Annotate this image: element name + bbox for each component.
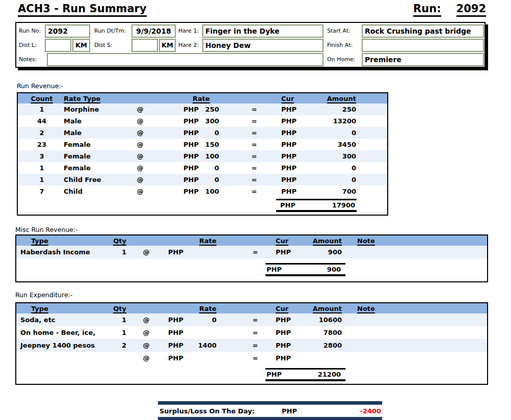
run-number-header: Run: 2092: [413, 3, 486, 17]
surplus-bottom-bar: [158, 417, 382, 420]
revenue-row: 23Female@PHP150=PHP3450: [18, 139, 387, 150]
run-info-panel: Run No: 2092 Run Dt/Tm: 9/9/2018 Hare 1:…: [15, 22, 486, 68]
dist-l-field[interactable]: [45, 39, 71, 52]
run-no-field[interactable]: 2092: [45, 24, 90, 38]
misc-row: Haberdash Income1@PHP=PHP900: [16, 246, 487, 258]
dist-s-field[interactable]: [131, 39, 158, 52]
surplus-currency: PHP: [282, 407, 297, 415]
surplus-summary: Surplus/Loss On The Day: PHP -2400: [158, 401, 382, 420]
revenue-row: 1Morphine@PHP250=PHP250: [18, 103, 387, 115]
run-no-label: Run No:: [19, 24, 41, 38]
expenditure-table: Type Qty Rate Cur Amount Note Soda, etc1…: [15, 302, 488, 385]
run-label: Run:: [413, 3, 441, 17]
hare2-field[interactable]: Honey Dew: [202, 39, 324, 52]
dist-l-unit: KM: [72, 39, 90, 52]
dist-l-label: Dist L:: [19, 39, 37, 52]
revenue-row: 7Child@PHP100=PHP700: [18, 186, 387, 197]
notes-label: Notes:: [19, 53, 37, 66]
misc-total: PHP900: [265, 263, 345, 276]
hare2-label: Hare 2:: [178, 39, 199, 52]
revenue-row: 3Female@PHP100=PHP300: [18, 150, 387, 162]
revenue-total: PHP17900: [276, 199, 357, 212]
surplus-top-bar: [158, 401, 382, 405]
start-at-label: Start At:: [327, 24, 351, 38]
page-title: ACH3 - Run Summary: [18, 3, 147, 17]
notes-field[interactable]: [47, 53, 324, 66]
expenditure-total: PHP21200: [265, 368, 345, 381]
expenditure-row: Soda, etc1@PHP0=PHP10600: [16, 313, 487, 326]
run-number: 2092: [456, 3, 486, 17]
surplus-amount: -2400: [360, 407, 381, 415]
run-dttm-field[interactable]: 9/9/2018: [131, 24, 176, 38]
expenditure-section-label: Run Expenditure:-: [15, 291, 72, 299]
misc-revenue-table: Type Qty Rate Cur Amount Note Haberdash …: [15, 234, 488, 282]
revenue-section-label: Run Revenue:-: [17, 82, 63, 90]
misc-section-label: Misc Run Revenue:-: [15, 226, 78, 233]
on-home-field[interactable]: Premiere: [362, 53, 484, 66]
expenditure-table-header: Type Qty Rate Cur Amount Note: [16, 303, 487, 313]
revenue-row: 1Female@PHP0=PHP0: [18, 162, 387, 174]
misc-table-header: Type Qty Rate Cur Amount Note: [16, 235, 487, 246]
run-dttm-label: Run Dt/Tm:: [94, 24, 126, 38]
hare1-label: Hare 1:: [178, 24, 199, 38]
on-home-label: On Home:: [327, 53, 355, 66]
surplus-label: Surplus/Loss On The Day:: [159, 407, 255, 415]
expenditure-row: On home - Beer, ice,1@PHP=PHP7800: [16, 326, 487, 339]
revenue-row: 2Male@PHP0=PHP0: [18, 127, 387, 139]
revenue-row: 1Child Free@PHP0=PHP0: [18, 174, 387, 186]
revenue-table-header: Count Rate Type Rate Cur Amount: [18, 93, 387, 103]
expenditure-row: Jeepney 1400 pesos2@PHP1400=PHP2800: [16, 339, 487, 352]
finish-at-field[interactable]: [362, 39, 484, 52]
revenue-row: 44Male@PHP300=PHP13200: [18, 115, 387, 127]
dist-s-label: Dist S:: [94, 39, 113, 52]
dist-s-unit: KM: [159, 39, 176, 52]
revenue-table: Count Rate Type Rate Cur Amount 1Morphin…: [17, 92, 388, 216]
start-at-field[interactable]: Rock Crushing past bridge: [362, 24, 484, 38]
hare1-field[interactable]: Finger in the Dyke: [202, 24, 324, 38]
finish-at-label: Finish At:: [327, 39, 353, 52]
expenditure-row: @PHP=PHP: [16, 352, 487, 364]
